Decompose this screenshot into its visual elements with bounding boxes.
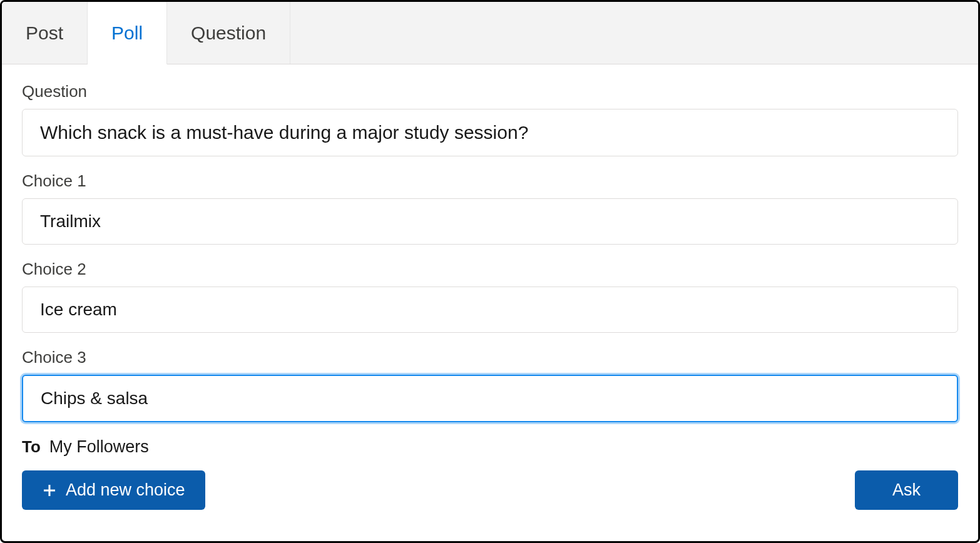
choice-1-group: Choice 1 (22, 171, 958, 245)
choice-1-input[interactable] (22, 198, 958, 245)
ask-button[interactable]: Ask (855, 470, 958, 510)
tab-bar: Post Poll Question (2, 2, 978, 64)
tab-post[interactable]: Post (2, 2, 88, 64)
choice-3-input[interactable] (22, 375, 958, 422)
to-label: To (22, 437, 41, 457)
to-row: To My Followers (22, 437, 958, 457)
tab-poll[interactable]: Poll (88, 2, 167, 64)
question-label: Question (22, 82, 958, 101)
to-value[interactable]: My Followers (49, 437, 149, 457)
add-choice-button[interactable]: Add new choice (22, 470, 205, 510)
ask-label: Ask (892, 480, 921, 500)
poll-composer: Post Poll Question Question Choice 1 Cho… (0, 0, 980, 543)
add-choice-label: Add new choice (66, 480, 185, 500)
plus-icon (42, 483, 57, 498)
choice-2-label: Choice 2 (22, 260, 958, 279)
form-content: Question Choice 1 Choice 2 Choice 3 To M… (2, 64, 978, 522)
choice-2-input[interactable] (22, 287, 958, 333)
choice-1-label: Choice 1 (22, 171, 958, 191)
choice-3-label: Choice 3 (22, 348, 958, 367)
question-input[interactable] (22, 109, 958, 156)
choice-3-group: Choice 3 (22, 348, 958, 422)
choice-2-group: Choice 2 (22, 260, 958, 333)
actions-row: Add new choice Ask (22, 470, 958, 510)
tab-question[interactable]: Question (167, 2, 290, 64)
question-group: Question (22, 82, 958, 156)
